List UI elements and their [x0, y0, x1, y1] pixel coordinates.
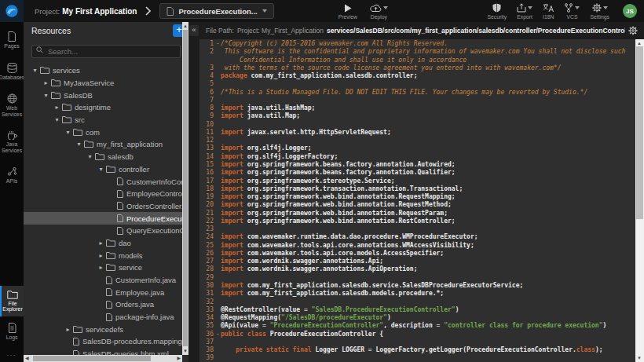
- scroll-left-arrow-icon[interactable]: ◀: [25, 356, 29, 360]
- tree-item[interactable]: ▸service: [24, 261, 188, 274]
- tree-item[interactable]: Employee.java: [24, 286, 188, 298]
- code-line[interactable]: 13import org.slf4j.Logger;: [199, 144, 644, 152]
- i18n-button[interactable]: I18N: [543, 3, 554, 20]
- tree-item[interactable]: EmployeeController.java: [24, 188, 188, 200]
- fold-marker-icon[interactable]: -: [215, 40, 221, 48]
- code-line[interactable]: 6/*This is a Studio Managed File. DO NOT…: [199, 89, 644, 97]
- tree-item[interactable]: ▸models: [24, 249, 188, 261]
- code-line[interactable]: 33@RestController(value = "SalesDB.Proce…: [199, 306, 644, 314]
- code-line[interactable]: 20import org.springframework.web.bind.an…: [199, 201, 644, 209]
- tree-item[interactable]: CustomerInfo.java: [24, 274, 188, 287]
- sidebar-item-web-services[interactable]: Web Services: [0, 89, 24, 121]
- scroll-down-arrow-icon[interactable]: ▼: [183, 349, 188, 353]
- code-line[interactable]: 15import org.springframework.beans.facto…: [199, 161, 644, 169]
- tree-item[interactable]: ▾controller: [24, 163, 188, 176]
- code-line[interactable]: 3 with the terms of the source code lice…: [199, 64, 644, 72]
- code-line[interactable]: 21import org.springframework.web.bind.an…: [199, 210, 644, 218]
- code-line[interactable]: 30import com.my_first_application.salesd…: [199, 282, 644, 290]
- code-line[interactable]: 28import com.wordnik.swagger.annotations…: [199, 265, 644, 273]
- code-line[interactable]: 4package com.my_first_application.salesd…: [199, 72, 644, 80]
- code-line[interactable]: 31import com.my_first_application.salesd…: [199, 290, 644, 298]
- file-selector-dropdown[interactable]: ProcedureExecution...: [159, 3, 273, 19]
- expand-arrow-icon[interactable]: ▸: [63, 326, 73, 333]
- collapse-arrow-icon[interactable]: ▾: [41, 92, 51, 99]
- collapse-arrow-icon[interactable]: ▾: [52, 116, 62, 123]
- code-line[interactable]: 35@Api(value = "ProcedureExecutionContro…: [199, 322, 644, 330]
- editor-settings-button[interactable]: [628, 26, 638, 35]
- code-line[interactable]: 8import java.util.HashMap;: [199, 104, 644, 112]
- code-line[interactable]: 24import com.wavemaker.runtime.data.dao.…: [199, 233, 644, 241]
- code-line[interactable]: 36-public class ProcedureExecutionContro…: [199, 331, 644, 338]
- collapse-arrow-icon[interactable]: ▾: [30, 67, 40, 74]
- tree-vertical-scrollbar[interactable]: ▲ ▼: [182, 22, 188, 355]
- fold-marker-icon[interactable]: -: [215, 331, 221, 338]
- scroll-up-arrow-icon[interactable]: ▲: [183, 24, 188, 28]
- collapse-panel-button[interactable]: «: [189, 25, 199, 36]
- collapse-arrow-icon[interactable]: ▾: [74, 141, 84, 148]
- project-breadcrumb[interactable]: Project:My First Application: [35, 7, 137, 16]
- code-line[interactable]: 26import com.wavemaker.tools.api.core.mo…: [199, 250, 644, 258]
- collapse-arrow-icon[interactable]: ▾: [96, 166, 106, 173]
- code-line[interactable]: 7: [199, 97, 644, 104]
- sidebar-item-logs[interactable]: Logs: [0, 318, 24, 345]
- tree-item[interactable]: ▸MyJavaService: [24, 77, 188, 90]
- scroll-right-arrow-icon[interactable]: ▶: [177, 356, 181, 360]
- sidebar-item-databases[interactable]: Databases: [0, 58, 24, 85]
- tree-hscroll-thumb[interactable]: [33, 356, 151, 361]
- tree-item[interactable]: ▾salesdb: [24, 151, 188, 163]
- code-line[interactable]: 18import org.springframework.transaction…: [199, 185, 644, 193]
- tree-item[interactable]: CustomerInfoController.java: [24, 175, 188, 188]
- code-line[interactable]: 11import javax.servlet.http.HttpServletR…: [199, 129, 644, 137]
- code-line[interactable]: 27import com.wordnik.swagger.annotations…: [199, 258, 644, 265]
- collapse-arrow-icon[interactable]: ▾: [63, 129, 73, 136]
- code-line[interactable]: 22import org.springframework.web.bind.an…: [199, 218, 644, 225]
- preview-button[interactable]: Preview: [338, 3, 357, 20]
- editor-vertical-scrollbar[interactable]: ▲ ▼: [635, 39, 644, 362]
- export-button[interactable]: Export: [517, 3, 532, 20]
- wavemaker-logo[interactable]: [0, 0, 24, 22]
- tree-item[interactable]: OrdersController.java: [24, 200, 188, 213]
- expand-arrow-icon[interactable]: ▸: [96, 264, 106, 271]
- scroll-down-arrow-icon[interactable]: ▼: [637, 356, 642, 360]
- code-line[interactable]: 34@RequestMapping("/SalesDB/procedureExe…: [199, 314, 644, 322]
- code-line[interactable]: 19import org.springframework.web.bind.an…: [199, 193, 644, 201]
- tree-item[interactable]: ▾src: [24, 114, 188, 126]
- collapse-arrow-icon[interactable]: ▾: [85, 153, 95, 160]
- code-line[interactable]: 25import com.wavemaker.tools.api.core.an…: [199, 242, 644, 250]
- sidebar-item-pages[interactable]: Pages: [0, 27, 24, 53]
- tree-item[interactable]: SalesDB-procedures.mappings.json: [24, 335, 188, 348]
- code-line[interactable]: 10: [199, 121, 644, 129]
- tree-item[interactable]: ▸dao: [24, 237, 188, 250]
- vcs-button[interactable]: VCS: [564, 3, 580, 20]
- sidebar-item-apis[interactable]: APIs: [0, 162, 24, 188]
- code-line[interactable]: 12: [199, 137, 644, 144]
- code-line[interactable]: 9import java.util.Map;: [199, 112, 644, 120]
- search-input[interactable]: [31, 45, 181, 58]
- deploy-button[interactable]: Deploy: [370, 3, 388, 20]
- tree-item[interactable]: package-info.java: [24, 311, 188, 324]
- code-line[interactable]: 5: [199, 80, 644, 88]
- expand-arrow-icon[interactable]: ▸: [52, 104, 62, 111]
- tree-vscroll-thumb[interactable]: [183, 30, 188, 346]
- tree-item[interactable]: ▸designtime: [24, 101, 188, 114]
- tree-horizontal-scrollbar[interactable]: ◀ ▶: [24, 355, 182, 362]
- tree-item[interactable]: ▾services: [24, 64, 188, 77]
- tree-item[interactable]: ▾com: [24, 126, 188, 138]
- settings-button[interactable]: Settings: [590, 3, 609, 20]
- code-line[interactable]: 16import org.springframework.beans.facto…: [199, 169, 644, 177]
- code-line[interactable]: 14import org.slf4j.LoggerFactory;: [199, 153, 644, 161]
- file-tree[interactable]: ▾services▸MyJavaService▾SalesDB▸designti…: [24, 63, 188, 362]
- sidebar-item-java-services[interactable]: Java Services: [0, 126, 24, 157]
- code-line[interactable]: 32: [199, 298, 644, 306]
- tree-item[interactable]: QueryExecutionController.java: [24, 225, 188, 237]
- code-line[interactable]: 1-/*Copyright (c) 2015-2016 wavemaker.co…: [199, 40, 644, 48]
- expand-arrow-icon[interactable]: ▸: [96, 252, 106, 259]
- security-button[interactable]: Security: [488, 3, 507, 20]
- tree-item[interactable]: Orders.java: [24, 298, 188, 311]
- code-line[interactable]: 17import org.springframework.stereotype.…: [199, 177, 644, 185]
- scroll-up-arrow-icon[interactable]: ▲: [637, 41, 642, 46]
- code-line[interactable]: Confidential Information and shall use i…: [199, 57, 644, 64]
- code-line[interactable]: 37: [199, 338, 644, 346]
- expand-arrow-icon[interactable]: ▸: [96, 240, 106, 247]
- sidebar-item-file-explorer[interactable]: File Explorer: [0, 286, 24, 316]
